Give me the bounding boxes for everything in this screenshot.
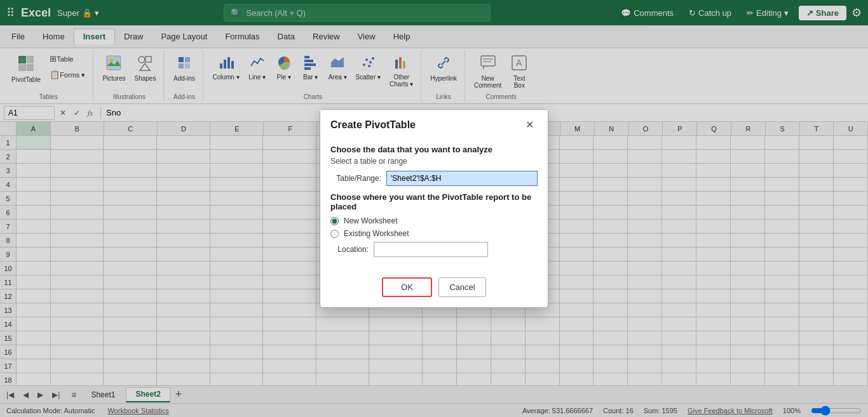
modal-header: Create PivotTable ✕ (320, 110, 548, 137)
dialog-section1-title: Choose the data that you want to analyze (330, 145, 538, 154)
ok-button[interactable]: OK (382, 277, 432, 297)
create-pivottable-dialog: Create PivotTable ✕ Choose the data that… (320, 109, 548, 308)
dialog-section2-title: Choose where you want the PivotTable rep… (330, 192, 538, 211)
location-label: Location: (330, 245, 369, 254)
modal-overlay: Create PivotTable ✕ Choose the data that… (0, 0, 868, 417)
existing-worksheet-radio-row: Existing Worksheet (330, 229, 538, 238)
modal-footer: OK Cancel (320, 272, 548, 307)
modal-body: Choose the data that you want to analyze… (320, 137, 548, 272)
table-range-row: Table/Range: (330, 171, 538, 186)
cancel-button[interactable]: Cancel (438, 277, 485, 297)
existing-worksheet-label: Existing Worksheet (344, 229, 409, 238)
dialog-section1-sub: Select a table or range (330, 157, 538, 166)
modal-close-button[interactable]: ✕ (522, 117, 538, 132)
table-range-input[interactable] (386, 171, 538, 186)
location-input[interactable] (374, 242, 488, 257)
modal-title: Create PivotTable (330, 119, 416, 131)
location-row: Location: (330, 242, 538, 257)
new-worksheet-radio-row: New Worksheet (330, 216, 538, 225)
new-worksheet-label: New Worksheet (344, 216, 397, 225)
table-range-label: Table/Range: (330, 174, 381, 183)
existing-worksheet-radio[interactable] (330, 230, 339, 238)
new-worksheet-radio[interactable] (330, 217, 339, 225)
